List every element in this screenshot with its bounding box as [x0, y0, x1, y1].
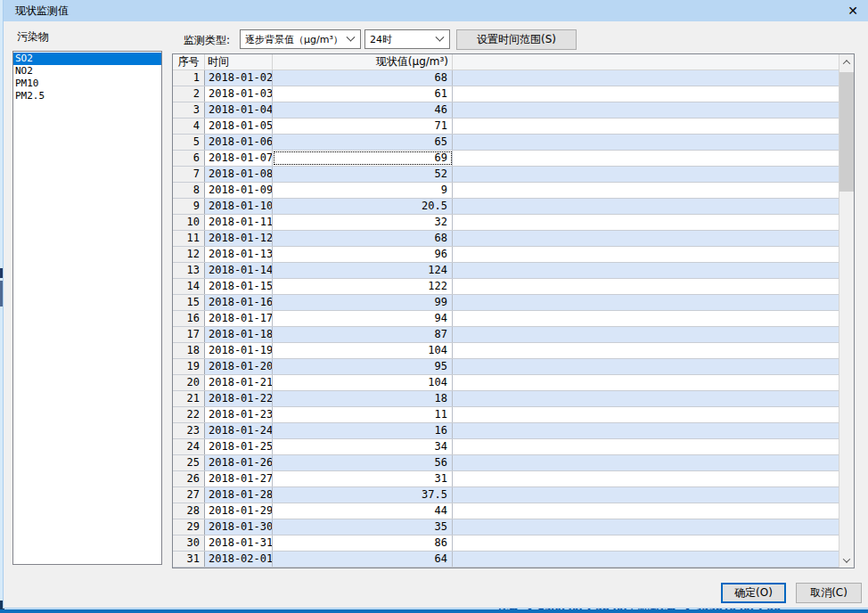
cell-filler[interactable] [453, 519, 839, 535]
cell-filler[interactable] [453, 407, 839, 422]
cell-filler[interactable] [453, 423, 839, 438]
cell-index[interactable]: 16 [173, 311, 205, 326]
cell-index[interactable]: 1 [173, 70, 205, 86]
table-row[interactable]: 7 2018-01-08 52 [173, 167, 839, 183]
monitor-type-combobox[interactable]: 逐步背景值（μg/m³） [240, 29, 361, 49]
table-row[interactable]: 9 2018-01-10 20.5 [173, 199, 839, 215]
table-row[interactable]: 16 2018-01-17 94 [173, 311, 839, 327]
cell-filler[interactable] [453, 263, 839, 278]
cell-index[interactable]: 20 [173, 375, 205, 390]
table-row[interactable]: 13 2018-01-14 124 [173, 263, 839, 279]
table-row[interactable]: 12 2018-01-13 96 [173, 247, 839, 263]
cell-index[interactable]: 25 [173, 455, 205, 470]
cell-value[interactable]: 32 [273, 215, 453, 230]
table-row[interactable]: 10 2018-01-11 32 [173, 215, 839, 231]
cell-time[interactable]: 2018-01-21 [205, 375, 273, 390]
cell-filler[interactable] [453, 487, 839, 503]
cell-filler[interactable] [453, 391, 839, 406]
header-index[interactable]: 序号 [173, 54, 205, 69]
cell-time[interactable]: 2018-01-09 [205, 183, 273, 198]
cell-value[interactable]: 16 [273, 423, 453, 438]
table-row[interactable]: 2 2018-01-03 61 [173, 86, 839, 102]
table-row[interactable]: 23 2018-01-24 16 [173, 423, 839, 439]
cell-time[interactable]: 2018-01-10 [205, 199, 273, 214]
pollutant-item[interactable]: SO2 [13, 53, 161, 65]
cell-filler[interactable] [453, 119, 839, 134]
cell-value[interactable]: 95 [273, 359, 453, 374]
table-row[interactable]: 26 2018-01-27 31 [173, 471, 839, 487]
pollutant-listbox[interactable]: SO2NO2PM10PM2.5 [12, 51, 162, 565]
table-row[interactable]: 4 2018-01-05 71 [173, 119, 839, 135]
cell-value[interactable]: 64 [273, 552, 453, 567]
table-row[interactable]: 29 2018-01-30 35 [173, 519, 839, 535]
cell-filler[interactable] [453, 343, 839, 358]
cell-value[interactable]: 104 [273, 375, 453, 390]
titlebar[interactable]: 现状监测值 ✕ [4, 0, 868, 21]
cell-time[interactable]: 2018-01-05 [205, 119, 273, 134]
cell-value[interactable]: 99 [273, 295, 453, 310]
cell-value[interactable]: 96 [273, 247, 453, 262]
cell-index[interactable]: 30 [173, 535, 205, 551]
table-row[interactable]: 25 2018-01-26 56 [173, 455, 839, 471]
cell-index[interactable]: 10 [173, 215, 205, 230]
cell-time[interactable]: 2018-02-01 [205, 552, 273, 567]
cell-index[interactable]: 15 [173, 295, 205, 310]
ok-button[interactable]: 确定(O) [721, 583, 786, 603]
cell-filler[interactable] [453, 535, 839, 551]
table-row[interactable]: 8 2018-01-09 9 [173, 183, 839, 199]
cell-time[interactable]: 2018-01-19 [205, 343, 273, 358]
cell-index[interactable]: 7 [173, 167, 205, 182]
cell-time[interactable]: 2018-01-30 [205, 519, 273, 535]
cell-time[interactable]: 2018-01-14 [205, 263, 273, 278]
cell-index[interactable]: 3 [173, 102, 205, 118]
cell-index[interactable]: 26 [173, 471, 205, 486]
cell-value[interactable]: 37.5 [273, 487, 453, 503]
table-row[interactable]: 3 2018-01-04 46 [173, 102, 839, 119]
cell-time[interactable]: 2018-01-16 [205, 295, 273, 310]
cell-value[interactable]: 56 [273, 455, 453, 470]
cell-time[interactable]: 2018-01-03 [205, 86, 273, 102]
cell-index[interactable]: 6 [173, 151, 205, 166]
cell-index[interactable]: 9 [173, 199, 205, 214]
cell-filler[interactable] [453, 455, 839, 470]
header-time[interactable]: 时间 [205, 54, 273, 69]
hour-combobox[interactable]: 24时 [364, 29, 450, 49]
cell-index[interactable]: 24 [173, 439, 205, 454]
cell-index[interactable]: 21 [173, 391, 205, 406]
table-row[interactable]: 5 2018-01-06 65 [173, 135, 839, 151]
cell-value[interactable]: 69 [273, 151, 453, 166]
table-row[interactable]: 18 2018-01-19 104 [173, 343, 839, 359]
cell-index[interactable]: 17 [173, 327, 205, 342]
table-row[interactable]: 11 2018-01-12 68 [173, 231, 839, 247]
table-row[interactable]: 28 2018-01-29 44 [173, 503, 839, 519]
cell-filler[interactable] [453, 295, 839, 310]
cell-time[interactable]: 2018-01-31 [205, 535, 273, 551]
cell-filler[interactable] [453, 231, 839, 246]
cell-index[interactable]: 5 [173, 135, 205, 150]
cell-time[interactable]: 2018-01-28 [205, 487, 273, 503]
cell-index[interactable]: 28 [173, 503, 205, 519]
cell-value[interactable]: 68 [273, 231, 453, 246]
cell-value[interactable]: 9 [273, 183, 453, 198]
cell-value[interactable]: 68 [273, 70, 453, 86]
cell-index[interactable]: 12 [173, 247, 205, 262]
table-row[interactable]: 27 2018-01-28 37.5 [173, 487, 839, 503]
scrollbar-thumb[interactable] [839, 72, 854, 192]
cell-time[interactable]: 2018-01-27 [205, 471, 273, 486]
cell-value[interactable]: 122 [273, 279, 453, 294]
table-row[interactable]: 20 2018-01-21 104 [173, 375, 839, 391]
cell-index[interactable]: 4 [173, 119, 205, 134]
cell-value[interactable]: 52 [273, 167, 453, 182]
cell-time[interactable]: 2018-01-08 [205, 167, 273, 182]
close-icon[interactable]: ✕ [838, 0, 868, 21]
cell-filler[interactable] [453, 70, 839, 86]
pollutant-item[interactable]: PM10 [13, 78, 161, 90]
cell-time[interactable]: 2018-01-11 [205, 215, 273, 230]
cell-filler[interactable] [453, 359, 839, 374]
cell-filler[interactable] [453, 199, 839, 214]
cell-filler[interactable] [453, 167, 839, 182]
cell-time[interactable]: 2018-01-06 [205, 135, 273, 150]
pollutant-item[interactable]: PM2.5 [13, 90, 161, 102]
pollutant-item[interactable]: NO2 [13, 65, 161, 78]
cell-index[interactable]: 31 [173, 552, 205, 567]
